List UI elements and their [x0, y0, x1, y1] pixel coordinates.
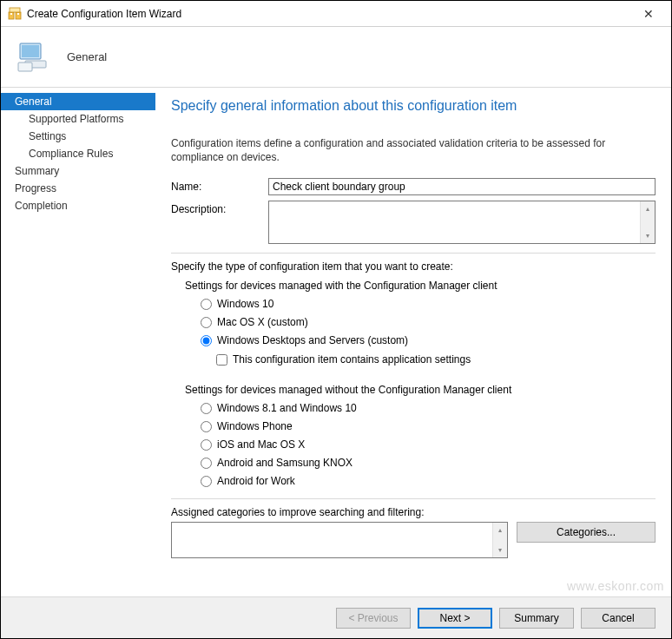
sidebar-item-progress[interactable]: Progress — [1, 180, 155, 197]
radio-windows-10[interactable] — [201, 299, 212, 310]
radio-label[interactable]: Android and Samsung KNOX — [217, 457, 352, 469]
radio-android-for-work[interactable] — [201, 476, 212, 487]
radio-windows-8-1-and-windows-10[interactable] — [201, 403, 212, 414]
cancel-button[interactable]: Cancel — [581, 608, 656, 629]
radio-windows-phone[interactable] — [201, 421, 212, 432]
scroll-down-icon[interactable]: ▾ — [493, 543, 507, 557]
app-settings-row: This configuration item contains applica… — [216, 351, 656, 368]
radio-mac-os-x-custom-[interactable] — [201, 317, 212, 328]
sidebar-item-summary[interactable]: Summary — [1, 162, 155, 180]
radio-label[interactable]: Windows 10 — [217, 298, 273, 310]
radio-row: Android for Work — [201, 472, 656, 490]
categories-button[interactable]: Categories... — [517, 522, 656, 543]
description-label: Description: — [171, 201, 268, 215]
page-heading: Specify general information about this c… — [171, 98, 656, 114]
radio-row: Windows 10 — [201, 295, 656, 313]
svg-rect-3 — [10, 13, 12, 15]
svg-rect-8 — [18, 63, 32, 71]
radio-row: Windows 8.1 and Windows 10 — [201, 399, 656, 417]
radio-row: Mac OS X (custom) — [201, 313, 656, 331]
categories-label: Assigned categories to improve searching… — [171, 506, 656, 518]
radio-android-and-samsung-knox[interactable] — [201, 458, 212, 469]
divider-2 — [171, 498, 656, 499]
wizard-sidebar: GeneralSupported PlatformsSettingsCompli… — [1, 88, 155, 596]
close-button[interactable]: ✕ — [629, 2, 668, 26]
window-title: Create Configuration Item Wizard — [27, 8, 629, 20]
radio-label[interactable]: Android for Work — [217, 475, 295, 487]
app-icon — [8, 7, 22, 21]
footer: < Previous Next > Summary Cancel — [1, 596, 671, 638]
svg-rect-2 — [10, 8, 20, 12]
sidebar-item-settings[interactable]: Settings — [1, 128, 155, 145]
sidebar-item-completion[interactable]: Completion — [1, 197, 155, 214]
description-row: Description: ▴ ▾ — [171, 201, 656, 244]
sidebar-item-supported-platforms[interactable]: Supported Platforms — [1, 110, 155, 128]
sidebar-item-general[interactable]: General — [1, 93, 155, 110]
next-button[interactable]: Next > — [418, 608, 492, 629]
description-input[interactable] — [269, 201, 640, 243]
radio-label[interactable]: Mac OS X (custom) — [217, 316, 308, 328]
group-without-label: Settings for devices managed without the… — [185, 384, 656, 396]
svg-rect-4 — [17, 13, 19, 15]
name-input[interactable] — [268, 178, 656, 195]
radio-ios-and-mac-os-x[interactable] — [201, 439, 212, 451]
radio-label[interactable]: Windows Phone — [217, 420, 293, 432]
content-pane: Specify general information about this c… — [155, 88, 671, 596]
radio-windows-desktops-and-servers-custom-[interactable] — [201, 335, 212, 346]
categories-row: ▴ ▾ Categories... — [171, 522, 656, 558]
scrollbar[interactable]: ▴ ▾ — [492, 523, 507, 557]
type-heading: Specify the type of configuration item t… — [171, 260, 656, 273]
app-settings-checkbox[interactable] — [216, 354, 227, 366]
scroll-up-icon[interactable]: ▴ — [641, 201, 655, 216]
header-title: General — [67, 50, 107, 63]
intro-text: Configuration items define a configurati… — [171, 136, 656, 164]
scroll-down-icon[interactable]: ▾ — [641, 228, 655, 243]
header-band: General — [1, 27, 671, 88]
scroll-up-icon[interactable]: ▴ — [493, 523, 507, 537]
computer-icon — [16, 40, 53, 75]
radio-row: iOS and Mac OS X — [201, 436, 656, 453]
description-wrap: ▴ ▾ — [268, 201, 656, 244]
group-with-label: Settings for devices managed with the Co… — [185, 280, 656, 292]
scrollbar[interactable]: ▴ ▾ — [640, 201, 655, 243]
radio-label[interactable]: iOS and Mac OS X — [217, 438, 305, 451]
radio-label[interactable]: Windows Desktops and Servers (custom) — [217, 334, 408, 346]
radio-label[interactable]: Windows 8.1 and Windows 10 — [217, 402, 357, 414]
sidebar-item-compliance-rules[interactable]: Compliance Rules — [1, 145, 155, 162]
radio-row: Android and Samsung KNOX — [201, 454, 656, 471]
divider — [171, 253, 656, 254]
name-row: Name: — [171, 178, 656, 195]
categories-box: ▴ ▾ — [171, 522, 508, 558]
summary-button[interactable]: Summary — [499, 608, 574, 629]
previous-button: < Previous — [336, 608, 411, 629]
main-area: GeneralSupported PlatformsSettingsCompli… — [1, 88, 671, 596]
titlebar: Create Configuration Item Wizard ✕ — [1, 1, 671, 27]
radio-row: Windows Desktops and Servers (custom) — [201, 332, 656, 349]
svg-rect-6 — [22, 45, 39, 57]
app-settings-label[interactable]: This configuration item contains applica… — [233, 353, 471, 366]
radio-row: Windows Phone — [201, 418, 656, 435]
name-label: Name: — [171, 178, 268, 193]
